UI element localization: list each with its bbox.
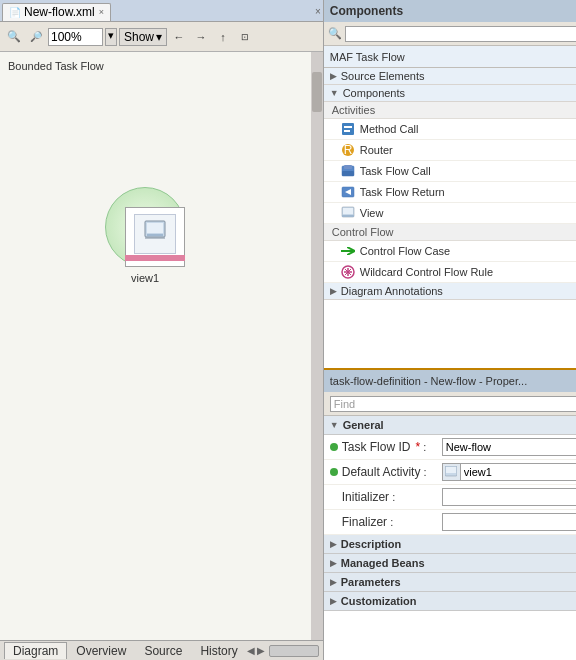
router-icon: R [340, 142, 356, 158]
field-dot [330, 468, 338, 476]
props-section-description[interactable]: ▶ Description [324, 535, 576, 554]
tab-overview[interactable]: Overview [67, 642, 135, 660]
node-view-icon [144, 220, 166, 247]
node-inner [134, 214, 176, 254]
props-field-initializer: Initializer : [324, 485, 576, 510]
properties-search-placeholder: Find [334, 398, 355, 410]
managed-beans-label: Managed Beans [341, 557, 425, 569]
task-flow-id-label: Task Flow ID * : [342, 440, 442, 454]
router-label: Router [360, 144, 393, 156]
diagram-annotations-arrow: ▶ [330, 286, 337, 296]
props-field-task-flow-id: Task Flow ID * : [324, 435, 576, 460]
default-activity-input[interactable] [460, 463, 576, 481]
toolbar-arrow-left[interactable]: ← [169, 27, 189, 47]
description-arrow: ▶ [330, 539, 337, 549]
toolbar: 🔍 🔎 100% ▾ Show ▾ ← → ↑ ⊡ [0, 22, 323, 52]
managed-beans-arrow: ▶ [330, 558, 337, 568]
view-label: View [360, 207, 384, 219]
panel-close-btn[interactable]: × [315, 6, 321, 17]
properties-title: task-flow-definition - New-flow - Proper… [330, 375, 576, 387]
parameters-label: Parameters [341, 576, 401, 588]
customization-label: Customization [341, 595, 417, 607]
file-tab-icon: 📄 [9, 7, 21, 18]
finalizer-input[interactable] [442, 513, 576, 531]
canvas-scrollbar[interactable] [311, 52, 323, 640]
task-flow-call-label: Task Flow Call [360, 165, 431, 177]
zoom-out-btn[interactable]: 🔍 [4, 27, 24, 47]
wildcard-label: Wildcard Control Flow Rule [360, 266, 493, 278]
method-call-icon [340, 121, 356, 137]
props-field-finalizer: Finalizer : [324, 510, 576, 535]
props-section-customization[interactable]: ▶ Customization [324, 592, 576, 611]
components-dropdown[interactable]: MAF Task Flow ▾ [324, 46, 576, 68]
tab-bar: 📄 New-flow.xml × × [0, 0, 323, 22]
tree-group-activities: Activities [324, 102, 576, 119]
general-arrow: ▼ [330, 420, 339, 430]
default-activity-label: Default Activity : [342, 465, 442, 479]
props-section-parameters[interactable]: ▶ Parameters [324, 573, 576, 592]
components-tree: ▶ Source Elements ▼ Components Activitie… [324, 68, 576, 368]
finalizer-label: Finalizer : [342, 515, 442, 529]
tab-scrollbar[interactable] [269, 645, 319, 657]
node-status-bar [125, 255, 185, 261]
zoom-dropdown[interactable]: ▾ [105, 28, 117, 46]
canvas-title: Bounded Task Flow [8, 60, 104, 72]
components-search-bar: 🔍 [324, 22, 576, 46]
activities-label: Activities [332, 104, 375, 116]
properties-search-box[interactable]: Find [330, 396, 576, 412]
tab-nav-left[interactable]: ◀ [247, 645, 255, 656]
toolbar-fit-btn[interactable]: ⊡ [235, 27, 255, 47]
tab-nav-arrows: ◀ ▶ [247, 645, 265, 656]
task-flow-return-label: Task Flow Return [360, 186, 445, 198]
svg-rect-14 [343, 208, 353, 214]
bottom-tabs: Diagram Overview Source History ◀ ▶ [0, 640, 323, 660]
components-search-icon: 🔍 [328, 27, 342, 40]
list-item[interactable]: R Router [324, 140, 576, 161]
tab-diagram[interactable]: Diagram [4, 642, 67, 659]
props-section-managed-beans[interactable]: ▶ Managed Beans [324, 554, 576, 573]
file-tab-close[interactable]: × [99, 7, 104, 17]
source-elements-arrow: ▶ [330, 71, 337, 81]
components-section-label: Components [343, 87, 405, 99]
list-item[interactable]: Task Flow Call [324, 161, 576, 182]
zoom-in-btn[interactable]: 🔎 [26, 27, 46, 47]
list-item[interactable]: Method Call [324, 119, 576, 140]
scrollbar-thumb[interactable] [312, 72, 322, 112]
list-item[interactable]: Task Flow Return [324, 182, 576, 203]
list-item[interactable]: Control Flow Case [324, 241, 576, 262]
svg-rect-2 [147, 234, 163, 236]
task-flow-id-input[interactable] [442, 438, 576, 456]
svg-rect-11 [342, 171, 354, 176]
wildcard-icon [340, 264, 356, 280]
tree-section-source-elements[interactable]: ▶ Source Elements [324, 68, 576, 85]
tree-section-diagram-annotations[interactable]: ▶ Diagram Annotations [324, 283, 576, 300]
initializer-label: Initializer : [342, 490, 442, 504]
components-dropdown-label: MAF Task Flow [330, 51, 576, 63]
tree-group-control-flow: Control Flow [324, 224, 576, 241]
toolbar-arrow-right[interactable]: → [191, 27, 211, 47]
list-item[interactable]: Wildcard Control Flow Rule [324, 262, 576, 283]
tab-source[interactable]: Source [135, 642, 191, 660]
zoom-display: 100% [48, 28, 103, 46]
props-section-general[interactable]: ▼ General [324, 416, 576, 435]
customization-arrow: ▶ [330, 596, 337, 606]
list-item[interactable]: View [324, 203, 576, 224]
svg-rect-4 [342, 123, 354, 135]
components-panel: Components — □ × 🔍 MAF Task Flow ▾ ▶ S [324, 0, 576, 370]
source-elements-label: Source Elements [341, 70, 425, 82]
node-label: view1 [131, 272, 159, 284]
cf-case-label: Control Flow Case [360, 245, 450, 257]
components-search-input[interactable] [345, 26, 576, 42]
method-call-label: Method Call [360, 123, 419, 135]
node-wrapper[interactable]: view1 [105, 187, 185, 285]
tab-nav-right[interactable]: ▶ [257, 645, 265, 656]
tree-section-components[interactable]: ▼ Components [324, 85, 576, 102]
show-btn[interactable]: Show ▾ [119, 28, 167, 46]
parameters-arrow: ▶ [330, 577, 337, 587]
field-required-dot [330, 443, 338, 451]
tab-history[interactable]: History [191, 642, 246, 660]
file-tab[interactable]: 📄 New-flow.xml × [2, 3, 111, 21]
initializer-input[interactable] [442, 488, 576, 506]
view-node[interactable] [125, 207, 185, 267]
toolbar-arrow-up[interactable]: ↑ [213, 27, 233, 47]
